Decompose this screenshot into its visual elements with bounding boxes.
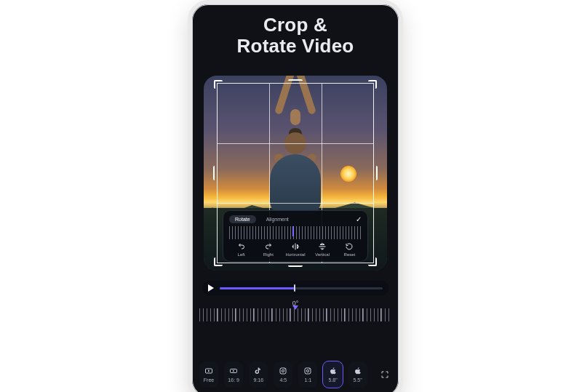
tab-rotate[interactable]: Rotate [229,215,256,223]
rotate-right-icon [264,242,273,251]
progress-knob[interactable] [294,284,295,292]
tool-flip-horizontal[interactable]: Horizontal [283,242,307,257]
tool-rotate-right[interactable]: Right [256,242,280,257]
flip-horizontal-icon [291,242,300,251]
rotate-panel: Rotate Alignment ✓ Left [223,210,368,262]
instagram-icon [303,367,312,375]
tool-reset[interactable]: Reset [338,242,362,257]
playback-bar [202,281,388,295]
phone-screen: Crop & Rotate Video [192,4,399,392]
crop-handle-bl[interactable] [214,257,223,266]
instagram-icon [279,367,287,375]
crop-handle-top[interactable] [288,79,303,85]
title-line-1: Crop & [192,15,399,36]
svg-point-7 [309,369,310,369]
rotate-left-icon [237,242,246,251]
confirm-button[interactable]: ✓ [356,215,362,223]
tiktok-icon [254,367,263,375]
tool-label: Horizontal [286,252,306,257]
chip-label: 5.8" [328,377,337,383]
chip-label: 5.5" [354,377,362,383]
stage: Crop & Rotate Video [0,0,582,392]
reset-icon [345,242,354,251]
crop-handle-left[interactable] [213,166,219,180]
screen-title: Crop & Rotate Video [192,15,399,56]
aspect-5-8-inch[interactable]: 5.8" [323,361,342,388]
svg-point-6 [307,369,309,372]
tool-flip-vertical[interactable]: Vertical [311,242,335,257]
tool-label: Reset [344,252,356,257]
aspect-9-16[interactable]: 9:16 [249,361,268,388]
aspect-5-5-inch[interactable]: 5.5" [348,361,367,388]
phone-frame: Crop & Rotate Video [188,0,403,392]
crop-handle-tr[interactable] [368,80,377,89]
rotate-ruler[interactable] [199,308,391,321]
aspect-1-1[interactable]: 1:1 [298,361,317,388]
flip-vertical-icon [318,242,327,251]
ruler-indicator[interactable] [292,226,294,236]
aspect-ratio-dock: Free 16: 9 9:16 4:5 1:1 [199,357,391,392]
expand-button[interactable] [379,367,391,382]
title-line-2: Rotate Video [192,36,399,57]
video-preview[interactable]: Rotate Alignment ✓ Left [204,76,387,271]
chip-label: Free [204,377,214,383]
rotate-ruler-pointer[interactable] [292,305,298,310]
tool-rotate-left[interactable]: Left [229,242,253,257]
crop-handle-br[interactable] [368,257,377,266]
crop-handle-bottom[interactable] [288,261,303,267]
rotate-fine-ruler[interactable] [229,226,362,239]
tab-alignment[interactable]: Alignment [260,215,295,223]
chip-label: 4:5 [279,377,287,383]
chip-label: 1:1 [305,377,312,383]
progress-fill [220,287,295,289]
tool-label: Right [263,252,274,257]
tool-label: Vertical [315,252,330,257]
svg-point-3 [282,369,284,372]
apple-icon [354,367,362,375]
expand-icon [380,370,389,379]
tool-label: Left [238,252,245,257]
apple-icon [329,367,338,375]
crop-handle-right[interactable] [372,166,378,180]
chip-label: 16: 9 [228,377,239,383]
crop-handle-tl[interactable] [214,80,223,89]
aspect-16-9[interactable]: 16: 9 [224,361,243,388]
progress-track[interactable] [220,287,383,289]
aspect-4-5[interactable]: 4:5 [274,361,292,388]
play-box-icon [229,367,238,375]
svg-point-4 [284,369,285,369]
play-button[interactable] [208,284,214,292]
aspect-free[interactable]: Free [199,361,218,388]
play-box-icon [204,367,213,375]
chip-label: 9:16 [253,377,263,383]
